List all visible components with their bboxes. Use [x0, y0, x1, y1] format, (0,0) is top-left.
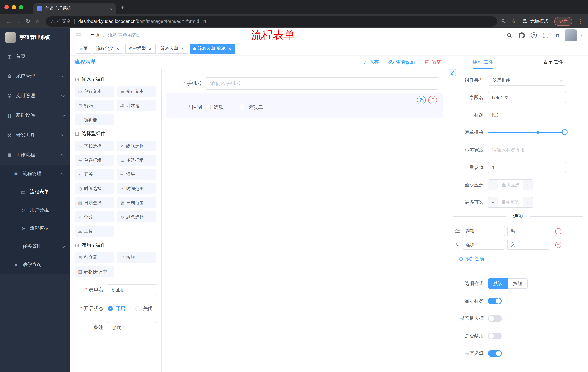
- help-icon[interactable]: ?: [531, 32, 537, 38]
- tag-process-model[interactable]: 流程模型 ×: [125, 44, 156, 53]
- sidebar-item-leave-query[interactable]: ☻ 请假查询: [0, 255, 70, 274]
- style-default-button[interactable]: 默认: [488, 278, 508, 289]
- slider-track[interactable]: [488, 132, 565, 133]
- add-option-button[interactable]: ⊕ 添加选项: [459, 255, 588, 262]
- copy-component-button[interactable]: [417, 96, 426, 105]
- font-size-icon[interactable]: Tt: [555, 32, 559, 38]
- sidebar-item-task-mgmt[interactable]: ⋔ 任务管理: [0, 237, 70, 255]
- fullscreen-icon[interactable]: [543, 32, 548, 38]
- title-input[interactable]: 性别: [488, 110, 566, 120]
- plus-button[interactable]: +: [523, 180, 533, 190]
- component-checkbox-group[interactable]: ☑ 多选框组: [117, 155, 156, 166]
- caret-down-icon[interactable]: ▾: [580, 33, 582, 38]
- min-select-input[interactable]: 至少应选: [498, 180, 523, 190]
- field-name-input[interactable]: field122: [488, 92, 566, 103]
- component-slider[interactable]: ⊷ 滑块: [117, 169, 156, 180]
- border-toggle[interactable]: [488, 315, 502, 322]
- tag-process-definition[interactable]: 流程定义 ×: [93, 44, 123, 53]
- sidebar-item-system[interactable]: ⚙ 系统管理: [0, 66, 70, 86]
- address-bar[interactable]: ⚠ 不安全 dashboard.yudao.iocoder.cn /bpm/ma…: [46, 16, 497, 26]
- tag-process-form-edit[interactable]: 流程表单-编辑 ×: [190, 44, 235, 53]
- tag-close-icon[interactable]: ×: [227, 46, 232, 51]
- component-single-text[interactable]: ▭ 单行文本: [75, 86, 114, 97]
- form-name-input[interactable]: biubiu: [108, 284, 156, 295]
- component-password[interactable]: ⊡ 密码: [75, 100, 114, 111]
- sidebar-item-infra[interactable]: ▥ 基础设施: [0, 106, 70, 125]
- component-row-container[interactable]: ⊞ 行容器: [75, 252, 114, 263]
- new-tab-button[interactable]: +: [121, 4, 125, 12]
- component-counter[interactable]: 123 计数器: [117, 100, 156, 111]
- option-name-input[interactable]: 选项一: [462, 226, 505, 236]
- minus-button[interactable]: −: [488, 180, 498, 190]
- star-icon[interactable]: ☆: [511, 18, 516, 25]
- component-date-range[interactable]: ▩ 日期范围: [117, 197, 156, 208]
- grid-slider[interactable]: [488, 127, 566, 138]
- save-button[interactable]: ✓ 保存: [363, 59, 379, 65]
- tag-process-form[interactable]: 流程表单 ×: [158, 44, 188, 53]
- tag-home[interactable]: 首页: [76, 44, 91, 53]
- form-canvas[interactable]: 手机号 请输入手机号 性别 选项一: [162, 69, 448, 372]
- component-color-picker[interactable]: ⊛ 颜色选择: [117, 212, 156, 223]
- tag-close-icon[interactable]: ×: [148, 46, 152, 51]
- reload-icon[interactable]: ↻: [23, 18, 33, 25]
- canvas-item-phone[interactable]: 手机号 请输入手机号: [166, 77, 443, 90]
- tag-close-icon[interactable]: ×: [180, 46, 185, 51]
- component-editor[interactable]: 编辑器: [75, 114, 114, 125]
- component-radio-group[interactable]: ◉ 单选框组: [75, 155, 114, 166]
- sidebar-item-payment[interactable]: ¥ 支付管理: [0, 86, 70, 106]
- clear-button[interactable]: 清空: [424, 59, 441, 65]
- component-cascader[interactable]: ⋔ 级联选择: [117, 140, 156, 151]
- disabled-toggle[interactable]: [488, 333, 502, 339]
- gender-option-2[interactable]: 选项二: [240, 104, 263, 111]
- back-icon[interactable]: ←: [4, 18, 14, 25]
- minimize-window-button[interactable]: [12, 5, 16, 9]
- component-rate[interactable]: ☆ 评分: [75, 212, 114, 223]
- component-multi-text[interactable]: ▤ 多行文本: [117, 86, 156, 97]
- component-time-range[interactable]: ◔ 时间范围: [117, 183, 156, 194]
- browser-menu-icon[interactable]: ⋮: [577, 18, 584, 25]
- update-button[interactable]: 更新: [554, 17, 572, 26]
- option-name-input[interactable]: 选项二: [462, 240, 505, 250]
- checkbox-icon[interactable]: [206, 105, 211, 110]
- close-window-button[interactable]: [4, 5, 9, 9]
- phone-input[interactable]: 请输入手机号: [206, 77, 439, 90]
- option-value-input[interactable]: 女: [507, 240, 549, 250]
- default-value-input[interactable]: 1: [488, 162, 566, 173]
- forward-icon[interactable]: →: [14, 18, 23, 25]
- user-avatar[interactable]: [565, 29, 577, 41]
- tab-form-props[interactable]: 表单属性: [518, 55, 588, 69]
- drag-handle-icon[interactable]: [454, 242, 460, 247]
- component-date-picker[interactable]: ▦ 日期选择: [75, 197, 114, 208]
- key-icon[interactable]: [501, 19, 506, 24]
- sidebar-item-devtools[interactable]: ⚒ 研发工具: [0, 125, 70, 145]
- form-remark-textarea[interactable]: 嘿嘿: [108, 322, 156, 343]
- tag-close-icon[interactable]: ×: [115, 46, 120, 51]
- sidebar-item-process-model[interactable]: ➤ 流程模型: [0, 219, 70, 237]
- github-icon[interactable]: [519, 32, 525, 38]
- slider-handle[interactable]: [562, 129, 568, 135]
- sidebar-item-process-form[interactable]: ▤ 流程表单: [0, 183, 70, 201]
- status-off-radio[interactable]: 关闭: [135, 305, 153, 312]
- hamburger-icon[interactable]: ☰: [76, 32, 81, 39]
- component-select[interactable]: ⊙ 下拉选择: [75, 140, 114, 151]
- remove-option-button[interactable]: −: [555, 242, 561, 248]
- sidebar-item-user-group[interactable]: ☺ 用户分组: [0, 201, 70, 219]
- sidebar-item-process-mgmt[interactable]: ≣ 流程管理: [0, 165, 70, 183]
- tab-close-icon[interactable]: ×: [109, 6, 112, 11]
- browser-tab[interactable]: 芋道管理系统 ×: [33, 3, 116, 14]
- search-icon[interactable]: [507, 32, 513, 38]
- component-table[interactable]: ▦ 表格[开发中]: [75, 266, 114, 277]
- breadcrumb-home[interactable]: 首页: [90, 32, 100, 39]
- checkbox-icon[interactable]: [240, 105, 245, 110]
- drag-handle-icon[interactable]: [454, 228, 460, 234]
- status-on-radio[interactable]: 开启: [108, 305, 125, 312]
- home-icon[interactable]: ⌂: [33, 18, 42, 25]
- component-time-picker[interactable]: ◷ 时间选择: [75, 183, 114, 194]
- required-toggle[interactable]: [488, 350, 502, 357]
- component-button[interactable]: ▢ 按钮: [117, 252, 156, 263]
- tab-component-props[interactable]: 组件属性: [448, 55, 518, 69]
- canvas-item-gender-selected[interactable]: 性别 选项一 选项二: [166, 93, 443, 118]
- component-type-select[interactable]: 多选框组: [488, 74, 566, 85]
- option-value-input[interactable]: 男: [507, 226, 549, 236]
- style-button-button[interactable]: 按钮: [508, 278, 528, 289]
